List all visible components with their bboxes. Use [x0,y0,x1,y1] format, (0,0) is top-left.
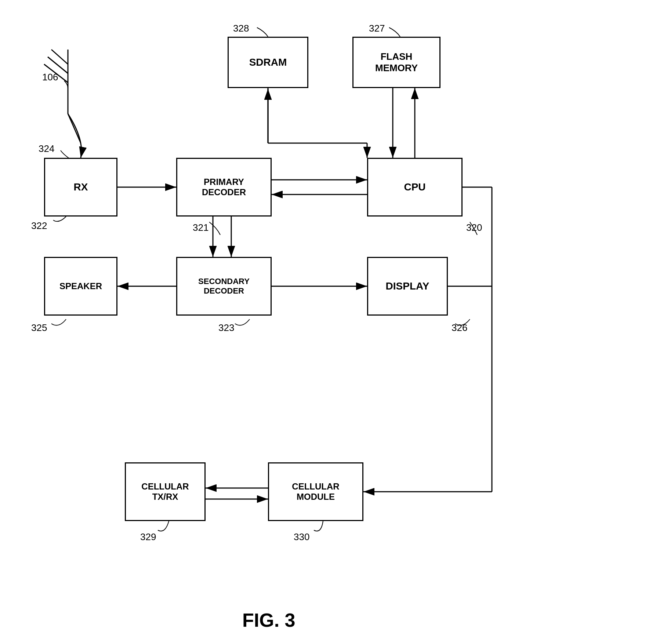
diagram-svg [0,0,649,644]
sdram-block: SDRAM [228,37,308,88]
label-321: 321 [193,222,209,233]
rx-block: RX [44,158,117,217]
secondary-decoder-block: SECONDARYDECODER [176,257,272,316]
label-327: 327 [369,23,385,34]
cellular-module-label: CELLULARMODULE [292,481,339,502]
primary-decoder-block: PRIMARYDECODER [176,158,272,217]
flash-memory-block: FLASHMEMORY [352,37,440,88]
label-328: 328 [233,23,249,34]
cellular-txrx-label: CELLULARTX/RX [141,481,189,502]
cpu-label: CPU [404,181,425,193]
diagram-container: RX PRIMARYDECODER CPU SDRAM FLASHMEMORY … [0,0,649,644]
speaker-block: SPEAKER [44,257,117,316]
label-324: 324 [39,143,54,154]
svg-line-5 [48,57,68,73]
primary-decoder-label: PRIMARYDECODER [202,177,246,197]
label-322: 322 [31,220,47,232]
rx-label: RX [74,181,88,193]
figure-label: FIG. 3 [242,609,295,631]
sdram-label: SDRAM [249,57,287,68]
flash-memory-label: FLASHMEMORY [375,51,418,74]
secondary-decoder-label: SECONDARYDECODER [198,277,250,296]
label-323: 323 [218,322,234,334]
label-325: 325 [31,322,47,334]
speaker-label: SPEAKER [59,281,102,291]
label-329: 329 [140,531,156,543]
cellular-txrx-block: CELLULARTX/RX [125,462,206,521]
display-label: DISPLAY [386,280,429,292]
svg-line-7 [68,114,81,143]
label-320: 320 [466,222,482,233]
display-block: DISPLAY [367,257,448,316]
label-326: 326 [452,322,467,334]
label-106: 106 [42,72,58,83]
svg-line-4 [51,50,68,64]
label-330: 330 [294,531,309,543]
cpu-block: CPU [367,158,463,217]
cellular-module-block: CELLULARMODULE [268,462,363,521]
